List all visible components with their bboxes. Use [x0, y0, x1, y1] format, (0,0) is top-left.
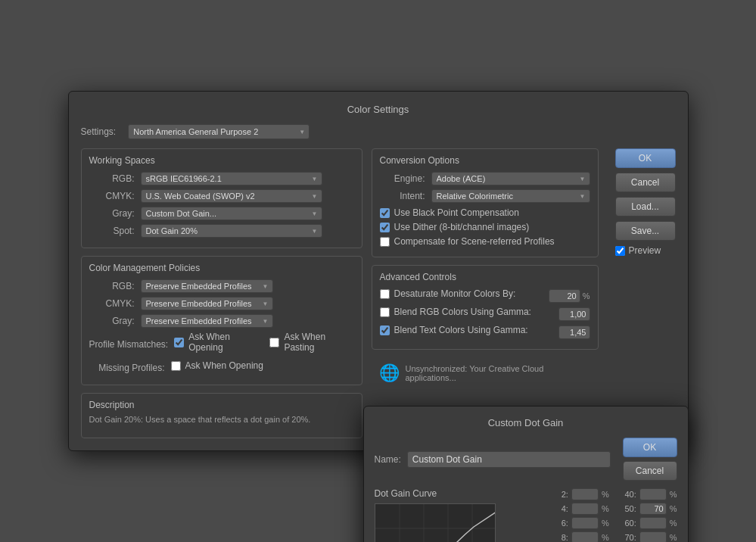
policy-cmyk-select[interactable]: Preserve Embedded Profiles: [141, 297, 273, 310]
engine-select[interactable]: Adobe (ACE): [431, 172, 590, 185]
missing-checks: Ask When Opening: [171, 360, 263, 375]
preview-check[interactable]: Preview: [615, 245, 676, 256]
blend-rgb-row: Blend RGB Colors Using Gamma:: [380, 307, 590, 321]
black-point-checkbox[interactable]: [380, 208, 390, 218]
policy-gray-label: Gray:: [89, 316, 135, 326]
policy-cmyk-wrapper[interactable]: Preserve Embedded Profiles: [141, 297, 273, 310]
param-8-label: 8:: [550, 533, 568, 542]
rgb-select-wrapper[interactable]: sRGB IEC61966-2.1: [141, 172, 322, 185]
ask-pasting-check[interactable]: Ask When Pasting: [269, 332, 353, 353]
spot-row: Spot: Dot Gain 20%: [89, 224, 354, 238]
desaturate-unit: %: [583, 291, 590, 301]
ask-pasting-checkbox[interactable]: [269, 338, 279, 347]
dither-checkbox[interactable]: [380, 223, 390, 232]
black-point-check[interactable]: Use Black Point Compensation: [380, 207, 590, 218]
desaturate-check[interactable]: Desaturate Monitor Colors By:: [380, 288, 544, 299]
param-60-input[interactable]: [639, 517, 667, 529]
dither-check[interactable]: Use Dither (8-bit/channel images): [380, 222, 590, 232]
desaturate-label: Desaturate Monitor Colors By:: [394, 288, 516, 299]
settings-select-wrapper[interactable]: North America General Purpose 2: [128, 124, 310, 139]
ok-button[interactable]: OK: [615, 148, 676, 168]
param-6-input[interactable]: [571, 517, 599, 529]
curve-label: Dot Gain Curve: [375, 488, 543, 499]
param-70-input[interactable]: [639, 531, 667, 542]
policy-rgb-label: RGB:: [89, 281, 135, 291]
compensate-checkbox[interactable]: [380, 237, 390, 247]
param-8-input[interactable]: [571, 531, 599, 542]
rgb-label: RGB:: [89, 173, 135, 184]
missing-opening-check[interactable]: Ask When Opening: [171, 360, 263, 371]
dot-gain-name-input[interactable]: [407, 451, 611, 468]
description-title: Description: [89, 400, 354, 410]
ask-pasting-label: Ask When Pasting: [284, 332, 353, 353]
advanced-title: Advanced Controls: [380, 272, 590, 282]
black-point-label: Use Black Point Compensation: [394, 207, 519, 218]
cmyk-select[interactable]: U.S. Web Coated (SWOP) v2: [141, 189, 322, 203]
rgb-select[interactable]: sRGB IEC61966-2.1: [141, 172, 322, 185]
intent-wrapper[interactable]: Relative Colorimetric: [431, 189, 590, 203]
gray-select[interactable]: Custom Dot Gain...: [141, 207, 322, 220]
param-40-input[interactable]: [639, 488, 667, 500]
policy-gray-wrapper[interactable]: Preserve Embedded Profiles: [141, 314, 273, 328]
preview-checkbox[interactable]: [615, 246, 625, 256]
dot-gain-name-row: Name: OK Cancel: [375, 438, 677, 481]
profile-mismatch-row: Profile Mismatches: Ask When Opening Ask…: [89, 332, 354, 357]
settings-select[interactable]: North America General Purpose 2: [128, 124, 310, 139]
color-management-section: Color Management Policies RGB: Preserve …: [81, 256, 362, 385]
compensate-check[interactable]: Compensate for Scene-referred Profiles: [380, 236, 590, 247]
param-4-input[interactable]: [571, 503, 599, 515]
dot-gain-params: 2: % 40: % 4: % 50: % 6:: [550, 488, 677, 542]
intent-select[interactable]: Relative Colorimetric: [431, 189, 590, 203]
settings-row: Settings: North America General Purpose …: [81, 124, 676, 139]
advanced-controls-section: Advanced Controls Desaturate Monitor Col…: [372, 265, 599, 350]
param-8: 8: % 70: %: [550, 531, 677, 542]
cmyk-label: CMYK:: [89, 191, 135, 201]
ask-opening-check[interactable]: Ask When Opening: [174, 332, 262, 353]
dot-gain-title: Custom Dot Gain: [375, 417, 677, 428]
color-management-title: Color Management Policies: [89, 263, 354, 273]
desaturate-checkbox[interactable]: [380, 289, 390, 299]
blend-rgb-check[interactable]: Blend RGB Colors Using Gamma:: [380, 307, 554, 317]
save-button[interactable]: Save...: [615, 221, 676, 241]
cancel-button[interactable]: Cancel: [615, 173, 676, 192]
cmyk-select-wrapper[interactable]: U.S. Web Coated (SWOP) v2: [141, 189, 322, 203]
blend-text-input[interactable]: [558, 326, 590, 339]
blend-rgb-checkbox[interactable]: [380, 307, 390, 317]
blend-text-check[interactable]: Blend Text Colors Using Gamma:: [380, 325, 554, 335]
policy-rgb-row: RGB: Preserve Embedded Profiles: [89, 279, 354, 293]
spot-select-wrapper[interactable]: Dot Gain 20%: [141, 224, 322, 238]
blend-rgb-label: Blend RGB Colors Using Gamma:: [394, 307, 531, 317]
gray-select-wrapper[interactable]: Custom Dot Gain...: [141, 207, 322, 220]
spot-select[interactable]: Dot Gain 20%: [141, 224, 322, 238]
mismatch-checks: Ask When Opening Ask When Pasting: [174, 332, 353, 357]
gray-label: Gray:: [89, 208, 135, 219]
rgb-row: RGB: sRGB IEC61966-2.1: [89, 172, 354, 185]
param-2-input[interactable]: [571, 488, 599, 500]
dot-gain-ok-button[interactable]: OK: [623, 438, 677, 457]
dot-gain-cancel-button[interactable]: Cancel: [623, 461, 677, 481]
policy-gray-select[interactable]: Preserve Embedded Profiles: [141, 314, 273, 328]
missing-profiles-label: Missing Profiles:: [89, 363, 165, 373]
param-4-label: 4:: [550, 504, 568, 513]
param-6-label: 6:: [550, 519, 568, 528]
ask-opening-checkbox[interactable]: [174, 338, 184, 347]
curve-canvas[interactable]: [375, 503, 496, 542]
missing-opening-checkbox[interactable]: [171, 361, 181, 371]
policy-rgb-select[interactable]: Preserve Embedded Profiles: [141, 279, 273, 293]
policy-cmyk-label: CMYK:: [89, 298, 135, 309]
blend-rgb-input[interactable]: [558, 307, 590, 321]
blend-text-label: Blend Text Colors Using Gamma:: [394, 325, 528, 335]
conversion-options-section: Conversion Options Engine: Adobe (ACE) I…: [372, 148, 599, 257]
policy-rgb-wrapper[interactable]: Preserve Embedded Profiles: [141, 279, 273, 293]
dot-gain-content: Dot Gain Curve: [375, 488, 677, 542]
settings-label: Settings:: [81, 126, 117, 137]
spot-label: Spot:: [89, 226, 135, 236]
desaturate-input[interactable]: [549, 289, 580, 303]
blend-text-checkbox[interactable]: [380, 326, 390, 335]
param-2-label: 2:: [550, 490, 568, 499]
working-spaces-title: Working Spaces: [89, 155, 354, 166]
param-50-input[interactable]: [639, 503, 667, 515]
engine-wrapper[interactable]: Adobe (ACE): [431, 172, 590, 185]
load-button[interactable]: Load...: [615, 197, 676, 216]
intent-label: Intent:: [380, 191, 425, 201]
